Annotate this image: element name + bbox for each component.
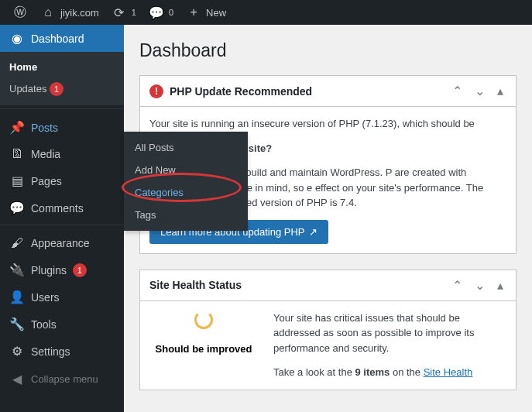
submenu-tags[interactable]: Tags (124, 204, 248, 226)
sidebar-item-settings[interactable]: ⚙Settings (0, 338, 124, 365)
plugins-badge: 1 (73, 263, 87, 277)
php-intro-text: Your site is running an insecure version… (149, 116, 506, 132)
sidebar-item-tools[interactable]: 🔧Tools (0, 311, 124, 338)
chevron-down-icon[interactable]: ⌄ (472, 84, 488, 98)
separator (0, 221, 124, 225)
panel-body: Should be improved Your site has critica… (140, 301, 516, 390)
tools-icon: 🔧 (9, 317, 25, 331)
site-link[interactable]: ⌂jiyik.com (34, 0, 105, 25)
users-icon: 👤 (9, 290, 25, 304)
progress-spinner (194, 311, 213, 329)
panel-title: PHP Update Recommended (170, 85, 443, 98)
submenu-add-new[interactable]: Add New (124, 159, 248, 181)
dashboard-submenu: Home Updates 1 (0, 52, 124, 105)
updates-link[interactable]: ⟳1 (105, 0, 142, 25)
alert-icon: ! (149, 84, 163, 98)
site-name: jiyik.com (60, 7, 99, 19)
site-health-link[interactable]: Site Health (424, 366, 473, 378)
plus-icon: + (186, 5, 201, 19)
external-link-icon: ↗ (309, 226, 317, 238)
site-health-panel: Site Health Status ⌃ ⌄ ▴ Should be impro… (139, 270, 517, 390)
comment-icon: 💬 (149, 5, 164, 20)
sidebar-item-pages[interactable]: ▤Pages (0, 167, 124, 194)
sidebar-item-comments[interactable]: 💬Comments (0, 194, 124, 221)
health-desc: Your site has critical issues that shoul… (273, 311, 506, 356)
collapse-panel-icon[interactable]: ▴ (494, 278, 506, 293)
wp-logo[interactable]: ⓦ (6, 0, 34, 25)
refresh-icon: ⟳ (112, 5, 127, 20)
sidebar-item-dashboard[interactable]: ◉Dashboard (0, 25, 124, 52)
sidebar-item-media[interactable]: 🖻Media (0, 141, 124, 167)
sidebar-item-plugins[interactable]: 🔌Plugins 1 (0, 256, 124, 283)
sidebar-sub-home[interactable]: Home (0, 57, 124, 77)
sidebar-item-appearance[interactable]: 🖌Appearance (0, 230, 124, 256)
media-icon: 🖻 (9, 147, 25, 161)
collapse-icon: ◀ (9, 372, 25, 386)
home-icon: ⌂ (40, 5, 56, 19)
page-icon: ▤ (9, 173, 25, 188)
submenu-categories[interactable]: Categories (124, 181, 248, 204)
admin-sidebar: ◉Dashboard Home Updates 1 📌Posts 🖻Media … (0, 25, 124, 412)
sidebar-sub-updates[interactable]: Updates 1 (0, 77, 124, 101)
comment-icon: 💬 (9, 201, 25, 215)
admin-toolbar: ⓦ ⌂jiyik.com ⟳1 💬0 +New (0, 0, 532, 25)
dashboard-icon: ◉ (9, 31, 25, 46)
health-cta: Take a look at the 9 items on the Site H… (273, 365, 506, 380)
comments-link[interactable]: 💬0 (142, 0, 180, 25)
panel-header: ! PHP Update Recommended ⌃ ⌄ ▴ (140, 76, 516, 107)
comments-count: 0 (169, 8, 173, 17)
health-status: Should be improved (156, 343, 252, 355)
wordpress-icon: ⓦ (12, 5, 28, 21)
updates-badge: 1 (50, 82, 63, 96)
new-link[interactable]: +New (180, 0, 232, 25)
submenu-all-posts[interactable]: All Posts (124, 136, 248, 159)
updates-count: 1 (132, 8, 136, 17)
sidebar-item-users[interactable]: 👤Users (0, 283, 124, 311)
health-indicator: Should be improved (149, 311, 258, 380)
collapse-panel-icon[interactable]: ▴ (494, 84, 506, 98)
settings-icon: ⚙ (9, 344, 25, 359)
panel-title: Site Health Status (149, 279, 443, 291)
collapse-menu[interactable]: ◀Collapse menu (0, 365, 124, 393)
chevron-up-icon[interactable]: ⌃ (449, 84, 465, 98)
health-text: Your site has critical issues that shoul… (273, 311, 506, 380)
brush-icon: 🖌 (9, 236, 25, 250)
chevron-up-icon[interactable]: ⌃ (449, 278, 465, 293)
posts-flyout-submenu: All Posts Add New Categories Tags (124, 132, 248, 231)
chevron-down-icon[interactable]: ⌄ (472, 278, 488, 293)
separator (0, 105, 124, 109)
plugin-icon: 🔌 (9, 263, 25, 277)
sidebar-item-posts[interactable]: 📌Posts (0, 114, 124, 141)
pin-icon: 📌 (9, 120, 25, 135)
new-label: New (206, 7, 226, 19)
page-title: Dashboard (139, 40, 517, 61)
panel-header: Site Health Status ⌃ ⌄ ▴ (140, 270, 516, 301)
